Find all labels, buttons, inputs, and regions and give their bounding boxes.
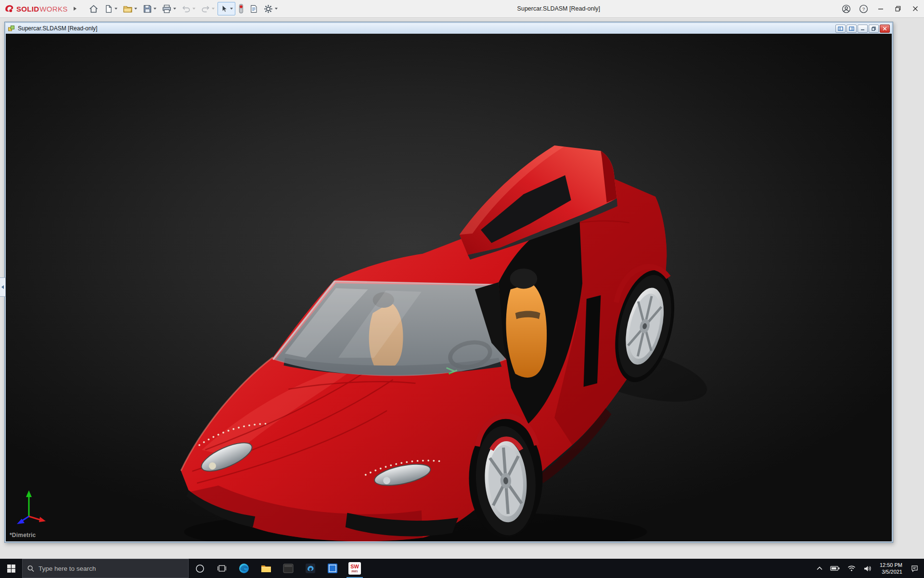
close-icon [912,6,918,12]
doc-window-right-button[interactable] [847,25,857,33]
redo-dropdown-caret[interactable] [212,8,215,10]
featuremanager-collapsed-tab[interactable] [0,277,6,297]
tray-chevron-icon [817,566,822,570]
file-explorer-button[interactable] [255,559,277,578]
redo-icon [201,4,210,13]
driver-seat [506,283,547,378]
start-button[interactable] [0,559,22,578]
file-properties-button[interactable] [247,2,260,15]
open-document-icon [123,4,133,14]
print-dropdown-caret[interactable] [173,8,176,10]
new-document-icon [104,4,113,14]
undo-icon [181,4,191,13]
toolbar-flyout-arrow-icon [73,6,77,11]
minimize-icon [878,6,884,12]
restore-icon [895,6,901,12]
save-icon [142,4,152,13]
restore-icon [872,26,876,31]
mdi-client-area: Supercar.SLDASM [Read-only] [0,18,924,559]
doc-minimize-button[interactable] [858,25,868,33]
pinned-app-swirl-button[interactable] [299,559,321,578]
clock-date: 3/5/2021 [880,568,902,575]
open-document-button[interactable] [120,2,140,15]
account-button[interactable] [837,0,855,18]
undo-button[interactable] [179,2,198,15]
select-dropdown-caret[interactable] [230,8,233,10]
task-view-icon [217,564,227,573]
doc-close-button[interactable] [880,25,890,33]
tray-overflow-button[interactable] [813,559,826,578]
solidworks-taskbar-button[interactable]: SW 2021 [344,559,366,578]
volume-tray-button[interactable] [860,559,875,578]
save-button[interactable] [140,2,159,15]
home-button[interactable] [86,2,101,15]
pinned-app-dark-icon [282,563,294,574]
network-tray-button[interactable] [844,559,859,578]
rebuild-button[interactable] [236,2,246,15]
windows-taskbar: SW 2021 12:50 PM 3/5/2021 [0,559,924,578]
view-orientation-label: *Dimetric [10,532,36,539]
taskbar-search[interactable] [22,559,189,578]
brand-text-solid: SOLID [16,5,39,13]
document-title-text: Supercar.SLDASM [Read-only] [18,25,97,32]
clock-time: 12:50 PM [880,562,902,568]
redo-button[interactable] [198,2,217,15]
save-dropdown-caret[interactable] [154,8,156,10]
options-dropdown-caret[interactable] [275,8,278,10]
document-titlebar[interactable]: Supercar.SLDASM [Read-only] [6,23,892,34]
rebuild-icon [238,3,244,14]
close-icon [883,26,887,31]
volume-icon [863,565,872,572]
action-center-icon [911,565,919,572]
search-icon [27,565,34,572]
app-titlebar: SOLID WORKS [0,0,924,18]
account-icon [842,4,851,13]
battery-tray-button[interactable] [827,559,843,578]
help-button[interactable]: ? [855,0,872,18]
minimize-icon [860,26,865,31]
home-icon [89,4,99,14]
open-document-dropdown-caret[interactable] [134,8,137,10]
cortana-icon [195,564,205,573]
pinned-app-blue-icon [327,563,338,574]
file-properties-icon [249,4,258,14]
options-button[interactable] [261,2,280,15]
window-pane-right-icon [849,26,854,31]
options-gear-icon [263,4,273,14]
graphics-viewport[interactable]: *Dimetric [6,34,892,541]
pinned-app-dark-button[interactable] [277,559,299,578]
taskbar-clock[interactable]: 12:50 PM 3/5/2021 [876,562,906,576]
pinned-app-blue-button[interactable] [321,559,344,578]
brand-text-works: WORKS [39,5,67,13]
print-icon [162,4,172,14]
help-icon: ? [859,4,868,13]
assembly-document-icon [8,25,15,32]
solidworks-app-icon: SW 2021 [348,562,361,575]
task-view-button[interactable] [211,559,233,578]
select-tool-button[interactable] [218,2,235,15]
edge-button[interactable] [233,559,255,578]
undo-dropdown-caret[interactable] [192,8,195,10]
supercar-3d-model[interactable] [6,34,892,541]
new-document-button[interactable] [102,2,120,15]
pinned-app-swirl-icon [305,563,316,574]
solidworks-logo: SOLID WORKS [4,3,71,14]
doc-restore-button[interactable] [869,25,879,33]
cortana-button[interactable] [189,559,211,578]
driver-headrest [510,269,538,289]
doc-window-left-button[interactable] [835,25,846,33]
close-button[interactable] [907,0,924,18]
document-window: Supercar.SLDASM [Read-only] [4,22,893,543]
toolbar-flyout-arrow[interactable] [71,3,79,14]
minimize-button[interactable] [872,0,889,18]
restore-button[interactable] [889,0,907,18]
app-window-controls: ? [837,0,924,18]
app-title-text: Supercar.SLDASM [Read-only] [280,5,837,12]
print-button[interactable] [159,2,179,15]
quick-access-toolbar [86,2,280,15]
search-input[interactable] [38,565,183,572]
action-center-button[interactable] [907,559,922,578]
new-document-dropdown-caret[interactable] [115,8,117,10]
window-pane-left-icon [838,26,843,31]
network-icon [847,565,856,572]
